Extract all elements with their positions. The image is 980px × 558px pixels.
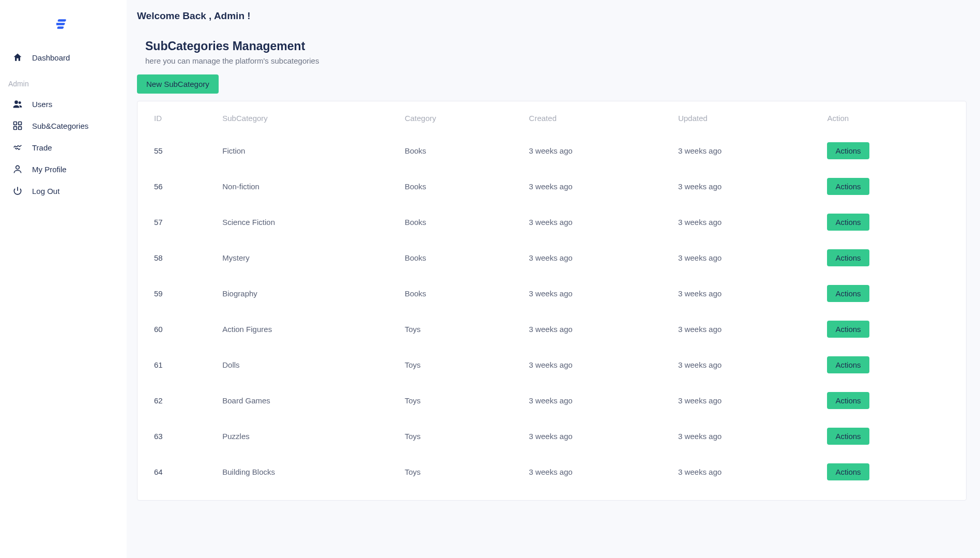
cell-action: Actions bbox=[817, 240, 966, 276]
actions-button[interactable]: Actions bbox=[827, 428, 869, 445]
th-category: Category bbox=[394, 107, 518, 133]
cell-updated: 3 weeks ago bbox=[668, 347, 817, 383]
sidebar-item-label: Users bbox=[32, 100, 52, 109]
cell-subcategory: Science Fiction bbox=[212, 204, 394, 240]
cell-category: Toys bbox=[394, 454, 518, 490]
cell-subcategory: Dolls bbox=[212, 347, 394, 383]
cell-category: Toys bbox=[394, 311, 518, 347]
cell-created: 3 weeks ago bbox=[518, 204, 668, 240]
sidebar-item-label: Log Out bbox=[32, 187, 59, 195]
grid-icon bbox=[12, 120, 23, 131]
cell-category: Toys bbox=[394, 347, 518, 383]
cell-updated: 3 weeks ago bbox=[668, 204, 817, 240]
svg-rect-7 bbox=[14, 127, 17, 130]
cell-updated: 3 weeks ago bbox=[668, 311, 817, 347]
cell-category: Books bbox=[394, 276, 518, 311]
cell-category: Books bbox=[394, 240, 518, 276]
actions-button[interactable]: Actions bbox=[827, 178, 869, 195]
actions-button[interactable]: Actions bbox=[827, 214, 869, 231]
sidebar-item-trade[interactable]: Trade bbox=[0, 137, 127, 158]
cell-created: 3 weeks ago bbox=[518, 240, 668, 276]
actions-button[interactable]: Actions bbox=[827, 321, 869, 338]
svg-rect-6 bbox=[19, 122, 22, 125]
actions-button[interactable]: Actions bbox=[827, 392, 869, 409]
cell-id: 63 bbox=[137, 418, 212, 454]
welcome-text: Welcome Back , Admin ! bbox=[137, 10, 967, 22]
sidebar: Dashboard Admin Users Sub&Categories Tra… bbox=[0, 0, 127, 558]
cell-updated: 3 weeks ago bbox=[668, 169, 817, 204]
page-title: SubCategories Management bbox=[145, 39, 967, 53]
sidebar-item-profile[interactable]: My Profile bbox=[0, 158, 127, 180]
cell-subcategory: Action Figures bbox=[212, 311, 394, 347]
sidebar-item-label: Sub&Categories bbox=[32, 122, 88, 130]
cell-id: 62 bbox=[137, 383, 212, 418]
sidebar-item-label: Trade bbox=[32, 143, 52, 152]
users-icon bbox=[12, 99, 23, 109]
cell-id: 59 bbox=[137, 276, 212, 311]
th-created: Created bbox=[518, 107, 668, 133]
cell-category: Toys bbox=[394, 383, 518, 418]
actions-button[interactable]: Actions bbox=[827, 463, 869, 480]
svg-rect-5 bbox=[14, 122, 17, 125]
cell-id: 56 bbox=[137, 169, 212, 204]
cell-created: 3 weeks ago bbox=[518, 347, 668, 383]
cell-action: Actions bbox=[817, 204, 966, 240]
user-icon bbox=[12, 164, 23, 174]
power-icon bbox=[12, 186, 23, 196]
cell-id: 58 bbox=[137, 240, 212, 276]
cell-updated: 3 weeks ago bbox=[668, 418, 817, 454]
cell-subcategory: Fiction bbox=[212, 133, 394, 169]
cell-action: Actions bbox=[817, 454, 966, 490]
th-updated: Updated bbox=[668, 107, 817, 133]
cell-action: Actions bbox=[817, 347, 966, 383]
actions-button[interactable]: Actions bbox=[827, 249, 869, 266]
cell-id: 61 bbox=[137, 347, 212, 383]
cell-category: Books bbox=[394, 204, 518, 240]
cell-subcategory: Board Games bbox=[212, 383, 394, 418]
sidebar-item-logout[interactable]: Log Out bbox=[0, 180, 127, 202]
table-header-row: ID SubCategory Category Created Updated … bbox=[137, 107, 966, 133]
svg-rect-8 bbox=[19, 127, 22, 130]
svg-point-9 bbox=[16, 165, 20, 169]
cell-created: 3 weeks ago bbox=[518, 418, 668, 454]
subcategories-table: ID SubCategory Category Created Updated … bbox=[137, 107, 966, 490]
table-row: 64Building BlocksToys3 weeks ago3 weeks … bbox=[137, 454, 966, 490]
cell-category: Books bbox=[394, 169, 518, 204]
table-row: 58MysteryBooks3 weeks ago3 weeks agoActi… bbox=[137, 240, 966, 276]
new-subcategory-button[interactable]: New SubCategory bbox=[137, 74, 219, 94]
th-action: Action bbox=[817, 107, 966, 133]
cell-created: 3 weeks ago bbox=[518, 276, 668, 311]
cell-updated: 3 weeks ago bbox=[668, 454, 817, 490]
cell-category: Books bbox=[394, 133, 518, 169]
cell-created: 3 weeks ago bbox=[518, 311, 668, 347]
svg-point-4 bbox=[19, 101, 21, 104]
sidebar-item-users[interactable]: Users bbox=[0, 93, 127, 115]
sidebar-item-dashboard[interactable]: Dashboard bbox=[0, 47, 127, 68]
table-row: 57Science FictionBooks3 weeks ago3 weeks… bbox=[137, 204, 966, 240]
cell-id: 55 bbox=[137, 133, 212, 169]
table-row: 61DollsToys3 weeks ago3 weeks agoActions bbox=[137, 347, 966, 383]
cell-id: 57 bbox=[137, 204, 212, 240]
actions-button[interactable]: Actions bbox=[827, 285, 869, 302]
actions-button[interactable]: Actions bbox=[827, 142, 869, 159]
sidebar-section-admin: Admin bbox=[0, 68, 127, 93]
page-subtitle: here you can manage the platform's subca… bbox=[145, 56, 967, 65]
cell-updated: 3 weeks ago bbox=[668, 276, 817, 311]
sidebar-item-subcategories[interactable]: Sub&Categories bbox=[0, 115, 127, 137]
logo-icon bbox=[56, 17, 71, 31]
svg-rect-2 bbox=[57, 26, 64, 28]
cell-action: Actions bbox=[817, 383, 966, 418]
cell-created: 3 weeks ago bbox=[518, 133, 668, 169]
cell-updated: 3 weeks ago bbox=[668, 240, 817, 276]
cell-action: Actions bbox=[817, 418, 966, 454]
cell-action: Actions bbox=[817, 169, 966, 204]
svg-point-3 bbox=[14, 100, 18, 104]
actions-button[interactable]: Actions bbox=[827, 356, 869, 373]
cell-subcategory: Puzzles bbox=[212, 418, 394, 454]
cell-updated: 3 weeks ago bbox=[668, 383, 817, 418]
logo bbox=[0, 10, 127, 47]
th-id: ID bbox=[137, 107, 212, 133]
cell-action: Actions bbox=[817, 311, 966, 347]
sidebar-item-label: My Profile bbox=[32, 165, 67, 174]
table-row: 62Board GamesToys3 weeks ago3 weeks agoA… bbox=[137, 383, 966, 418]
